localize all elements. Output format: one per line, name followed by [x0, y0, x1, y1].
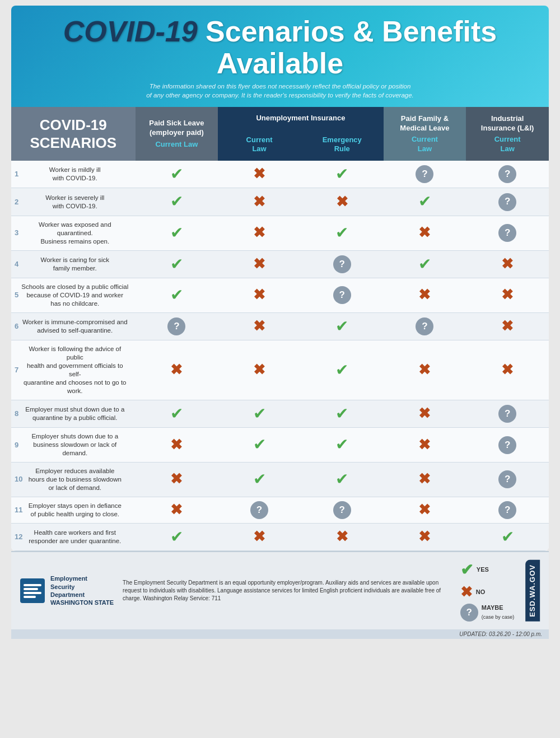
- ui-cl-header: CurrentLaw: [218, 129, 301, 161]
- cross-icon: ✖: [418, 436, 431, 455]
- scenario-cell: 3 Worker was exposed and quarantined.Bus…: [11, 216, 136, 250]
- ui-cl-cell: ✖: [218, 250, 301, 278]
- ui-cl-cell: ✔: [218, 462, 301, 497]
- ui-cl-cell: ?: [218, 497, 301, 523]
- legend-check-icon: ✔: [460, 559, 473, 581]
- ui-cl-cell: ✖: [218, 523, 301, 550]
- table-row: 10 Employer reduces availablehours due t…: [11, 462, 549, 497]
- maybe-icon: ?: [333, 286, 351, 304]
- check-icon: ✔: [253, 435, 266, 455]
- esd-state: WASHINGTON STATE: [50, 599, 114, 606]
- main-table-wrap: COVID-19 SCENARIOS Paid Sick Leave (empl…: [11, 107, 549, 551]
- updated-bar: UPDATED: 03.26.20 - 12:00 p.m.: [11, 629, 549, 639]
- li-cell: ?: [466, 216, 549, 250]
- li-cell: ✖: [466, 250, 549, 278]
- header-subtitle: The information shared on this flyer doe…: [25, 82, 535, 100]
- check-icon: ✔: [335, 469, 348, 489]
- psl-cell: ✔: [136, 250, 218, 278]
- li-cell: ✖: [466, 340, 549, 400]
- footer-legend: ✔ YES ✖ NO ? MAYBE (case by case): [460, 559, 516, 623]
- scenario-cell: 1 Worker is mildly illwith COVID-19.: [11, 161, 136, 188]
- table-row: 11 Employer stays open in defianceof pub…: [11, 497, 549, 523]
- table-row: 3 Worker was exposed and quarantined.Bus…: [11, 216, 549, 250]
- row-num: 8: [15, 409, 18, 418]
- maybe-icon: ?: [333, 501, 351, 519]
- pfml-cell: ✖: [384, 278, 466, 312]
- maybe-icon: ?: [416, 317, 433, 335]
- ui-cl-cell: ✖: [218, 188, 301, 216]
- table-body: 1 Worker is mildly illwith COVID-19. ✔ ✖…: [11, 161, 549, 551]
- scenario-cell: 10 Employer reduces availablehours due t…: [11, 462, 136, 497]
- row-num: 2: [15, 197, 18, 207]
- psl-cell: ✔: [136, 161, 218, 188]
- ui-cl-cell: ✖: [218, 161, 301, 188]
- svg-rect-2: [24, 592, 41, 594]
- li-sub-label: CurrentLaw: [469, 135, 545, 153]
- table-row: 1 Worker is mildly illwith COVID-19. ✔ ✖…: [11, 161, 549, 188]
- scenario-cell: 9 Employer shuts down due to abusiness s…: [11, 428, 136, 463]
- ui-er-cell: ✔: [301, 312, 384, 340]
- maybe-icon: ?: [167, 317, 185, 335]
- psl-cell: ✔: [136, 400, 218, 427]
- psl-cell: ✖: [136, 462, 218, 497]
- row-num: 3: [15, 228, 18, 238]
- li-header: IndustrialInsurance (L&I) CurrentLaw: [466, 107, 549, 161]
- ui-er-cell: ✔: [301, 428, 384, 463]
- cross-icon: ✖: [418, 286, 431, 305]
- psl-label: Paid Sick Leave (employer paid): [139, 119, 215, 138]
- check-icon: ✔: [253, 404, 266, 424]
- check-icon: ✔: [335, 316, 348, 337]
- check-icon: ✔: [418, 191, 431, 212]
- ui-er-label: EmergencyRule: [303, 136, 381, 153]
- ui-cl-cell: ✖: [218, 216, 301, 250]
- ui-cl-cell: ✔: [218, 428, 301, 463]
- ui-er-cell: ✔: [301, 400, 384, 427]
- cross-icon: ✖: [253, 165, 265, 184]
- table-row: 8 Employer must shut down due to aquaran…: [11, 400, 549, 427]
- legend-maybe-sub-label: (case by case): [482, 614, 515, 620]
- row-num: 6: [15, 321, 18, 331]
- cross-icon: ✖: [253, 255, 265, 274]
- check-icon: ✔: [170, 191, 183, 212]
- psl-cell: ✖: [136, 340, 218, 400]
- scenario-cell: 7 Worker is following the advice of publ…: [11, 340, 136, 400]
- li-cell: ?: [466, 428, 549, 463]
- legend-yes-label: YES: [477, 566, 489, 574]
- table-row: 5 Schools are closed by a public officia…: [11, 278, 549, 312]
- pfml-cell: ✖: [384, 497, 466, 523]
- svg-rect-0: [24, 584, 41, 586]
- legend-yes: ✔ YES: [460, 559, 516, 581]
- li-label: IndustrialInsurance (L&I): [469, 114, 545, 133]
- pfml-cell: ✖: [384, 523, 466, 550]
- ui-er-cell: ✔: [301, 161, 384, 188]
- legend-maybe-text: MAYBE (case by case): [482, 604, 515, 621]
- row-num: 11: [15, 505, 22, 515]
- scenario-cell: 12 Health care workers and firstresponde…: [11, 523, 136, 550]
- li-cell: ?: [466, 400, 549, 427]
- cross-icon: ✖: [253, 223, 265, 242]
- check-icon: ✔: [335, 223, 348, 243]
- li-cell: ✔: [466, 523, 549, 550]
- ui-cl-cell: ✖: [218, 312, 301, 340]
- row-num: 4: [15, 259, 18, 269]
- ui-er-cell: ✔: [301, 462, 384, 497]
- psl-cell: ✖: [136, 497, 218, 523]
- updated-text: UPDATED: 03.26.20 - 12:00 p.m.: [459, 631, 542, 637]
- li-cell: ✖: [466, 312, 549, 340]
- check-icon: ✔: [501, 527, 514, 547]
- ui-er-cell: ?: [301, 278, 384, 312]
- legend-no-label: NO: [476, 588, 486, 596]
- check-icon: ✔: [253, 469, 266, 489]
- ui-er-cell: ?: [301, 497, 384, 523]
- row-num: 5: [15, 291, 18, 300]
- ui-er-cell: ?: [301, 250, 384, 278]
- maybe-icon: ?: [498, 501, 516, 519]
- psl-header: Paid Sick Leave (employer paid) Current …: [136, 107, 218, 161]
- cross-icon: ✖: [418, 223, 431, 242]
- pfml-cell: ✖: [384, 216, 466, 250]
- scenario-cell: 4 Worker is caring for sickfamily member…: [11, 250, 136, 278]
- table-row: 9 Employer shuts down due to abusiness s…: [11, 428, 549, 463]
- check-icon: ✔: [170, 164, 183, 184]
- legend-cross-icon: ✖: [460, 582, 473, 602]
- row-num: 7: [15, 365, 18, 375]
